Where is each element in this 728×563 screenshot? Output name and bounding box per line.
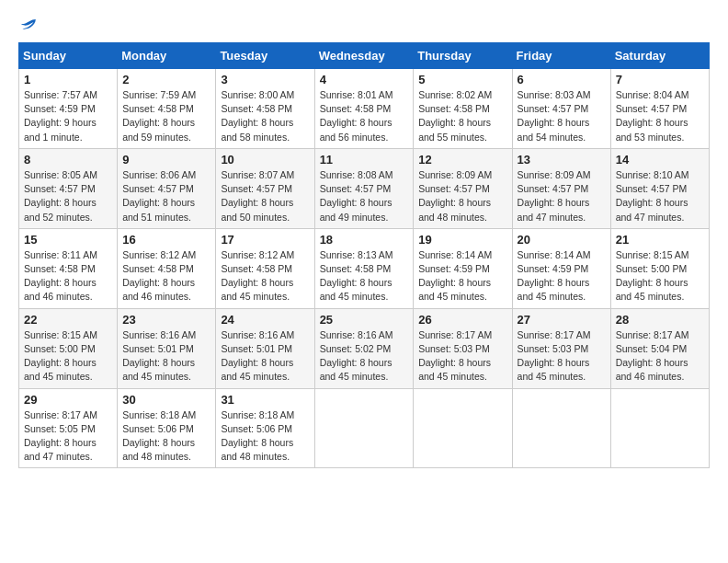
page: SundayMondayTuesdayWednesdayThursdayFrid… xyxy=(0,0,728,485)
weekday-header-saturday: Saturday xyxy=(610,43,709,69)
weekday-header-friday: Friday xyxy=(512,43,610,69)
calendar-cell: 9 Sunrise: 8:06 AM Sunset: 4:57 PM Dayli… xyxy=(118,148,216,228)
calendar-cell: 20 Sunrise: 8:14 AM Sunset: 4:59 PM Dayl… xyxy=(512,228,610,308)
day-info: Sunrise: 8:12 AM Sunset: 4:58 PM Dayligh… xyxy=(221,249,294,303)
day-info: Sunrise: 8:00 AM Sunset: 4:58 PM Dayligh… xyxy=(221,89,294,143)
calendar-cell: 10 Sunrise: 8:07 AM Sunset: 4:57 PM Dayl… xyxy=(216,148,314,228)
calendar-cell: 8 Sunrise: 8:05 AM Sunset: 4:57 PM Dayli… xyxy=(19,148,118,228)
day-number: 23 xyxy=(122,313,210,327)
week-row-4: 22 Sunrise: 8:15 AM Sunset: 5:00 PM Dayl… xyxy=(19,308,710,388)
day-info: Sunrise: 8:15 AM Sunset: 5:00 PM Dayligh… xyxy=(616,249,689,303)
week-row-2: 8 Sunrise: 8:05 AM Sunset: 4:57 PM Dayli… xyxy=(19,148,710,228)
calendar-cell: 19 Sunrise: 8:14 AM Sunset: 4:59 PM Dayl… xyxy=(414,228,512,308)
day-number: 2 xyxy=(122,73,210,86)
day-info: Sunrise: 7:57 AM Sunset: 4:59 PM Dayligh… xyxy=(24,89,97,143)
calendar-cell xyxy=(512,388,610,468)
day-info: Sunrise: 8:09 AM Sunset: 4:57 PM Dayligh… xyxy=(418,169,492,223)
calendar-cell: 2 Sunrise: 7:59 AM Sunset: 4:58 PM Dayli… xyxy=(118,69,216,149)
day-number: 18 xyxy=(320,233,409,247)
day-info: Sunrise: 8:16 AM Sunset: 5:01 PM Dayligh… xyxy=(122,329,196,383)
day-number: 8 xyxy=(24,153,112,167)
day-info: Sunrise: 8:18 AM Sunset: 5:06 PM Dayligh… xyxy=(122,409,196,463)
day-number: 12 xyxy=(418,153,506,167)
day-number: 7 xyxy=(616,73,704,86)
calendar-cell: 4 Sunrise: 8:01 AM Sunset: 4:58 PM Dayli… xyxy=(314,69,414,149)
week-row-1: 1 Sunrise: 7:57 AM Sunset: 4:59 PM Dayli… xyxy=(19,69,710,149)
day-info: Sunrise: 8:07 AM Sunset: 4:57 PM Dayligh… xyxy=(221,169,294,223)
logo xyxy=(18,17,37,33)
day-number: 3 xyxy=(221,73,309,86)
day-number: 6 xyxy=(518,73,606,86)
day-info: Sunrise: 8:01 AM Sunset: 4:58 PM Dayligh… xyxy=(320,89,393,143)
day-number: 10 xyxy=(221,153,309,167)
weekday-header-row: SundayMondayTuesdayWednesdayThursdayFrid… xyxy=(19,43,710,69)
day-info: Sunrise: 8:14 AM Sunset: 4:59 PM Dayligh… xyxy=(418,249,492,303)
day-number: 11 xyxy=(320,153,409,167)
day-number: 28 xyxy=(616,313,704,327)
calendar-cell: 21 Sunrise: 8:15 AM Sunset: 5:00 PM Dayl… xyxy=(610,228,709,308)
calendar-cell: 7 Sunrise: 8:04 AM Sunset: 4:57 PM Dayli… xyxy=(610,69,709,149)
day-number: 25 xyxy=(320,313,409,327)
calendar-cell: 16 Sunrise: 8:12 AM Sunset: 4:58 PM Dayl… xyxy=(118,228,216,308)
calendar-cell: 11 Sunrise: 8:08 AM Sunset: 4:57 PM Dayl… xyxy=(314,148,414,228)
week-row-3: 15 Sunrise: 8:11 AM Sunset: 4:58 PM Dayl… xyxy=(19,228,710,308)
day-info: Sunrise: 8:06 AM Sunset: 4:57 PM Dayligh… xyxy=(122,169,196,223)
day-info: Sunrise: 8:17 AM Sunset: 5:04 PM Dayligh… xyxy=(616,329,689,383)
day-number: 9 xyxy=(122,153,210,167)
calendar-cell: 23 Sunrise: 8:16 AM Sunset: 5:01 PM Dayl… xyxy=(118,308,216,388)
week-row-5: 29 Sunrise: 8:17 AM Sunset: 5:05 PM Dayl… xyxy=(19,388,710,468)
day-info: Sunrise: 8:18 AM Sunset: 5:06 PM Dayligh… xyxy=(221,409,294,463)
calendar-cell xyxy=(314,388,414,468)
day-info: Sunrise: 7:59 AM Sunset: 4:58 PM Dayligh… xyxy=(122,89,196,143)
weekday-header-sunday: Sunday xyxy=(19,43,118,69)
calendar-cell: 31 Sunrise: 8:18 AM Sunset: 5:06 PM Dayl… xyxy=(216,388,314,468)
calendar-table: SundayMondayTuesdayWednesdayThursdayFrid… xyxy=(18,42,710,468)
calendar-cell: 25 Sunrise: 8:16 AM Sunset: 5:02 PM Dayl… xyxy=(314,308,414,388)
calendar-cell: 24 Sunrise: 8:16 AM Sunset: 5:01 PM Dayl… xyxy=(216,308,314,388)
day-info: Sunrise: 8:02 AM Sunset: 4:58 PM Dayligh… xyxy=(418,89,492,143)
day-info: Sunrise: 8:08 AM Sunset: 4:57 PM Dayligh… xyxy=(320,169,393,223)
day-info: Sunrise: 8:13 AM Sunset: 4:58 PM Dayligh… xyxy=(320,249,393,303)
calendar-cell: 15 Sunrise: 8:11 AM Sunset: 4:58 PM Dayl… xyxy=(19,228,118,308)
day-info: Sunrise: 8:16 AM Sunset: 5:02 PM Dayligh… xyxy=(320,329,393,383)
day-number: 5 xyxy=(418,73,506,86)
day-info: Sunrise: 8:15 AM Sunset: 5:00 PM Dayligh… xyxy=(24,329,97,383)
calendar-cell: 14 Sunrise: 8:10 AM Sunset: 4:57 PM Dayl… xyxy=(610,148,709,228)
day-number: 31 xyxy=(221,393,309,407)
day-number: 26 xyxy=(418,313,506,327)
day-info: Sunrise: 8:09 AM Sunset: 4:57 PM Dayligh… xyxy=(518,169,591,223)
day-number: 1 xyxy=(24,73,112,86)
day-number: 29 xyxy=(24,393,112,407)
weekday-header-thursday: Thursday xyxy=(414,43,512,69)
day-number: 15 xyxy=(24,233,112,247)
day-number: 4 xyxy=(320,73,409,86)
bird-icon xyxy=(20,17,37,33)
day-info: Sunrise: 8:17 AM Sunset: 5:03 PM Dayligh… xyxy=(418,329,492,383)
calendar-cell xyxy=(414,388,512,468)
day-number: 14 xyxy=(616,153,704,167)
calendar-cell: 18 Sunrise: 8:13 AM Sunset: 4:58 PM Dayl… xyxy=(314,228,414,308)
weekday-header-tuesday: Tuesday xyxy=(216,43,314,69)
calendar-cell: 3 Sunrise: 8:00 AM Sunset: 4:58 PM Dayli… xyxy=(216,69,314,149)
calendar-cell xyxy=(610,388,709,468)
header xyxy=(18,17,710,33)
calendar-cell: 5 Sunrise: 8:02 AM Sunset: 4:58 PM Dayli… xyxy=(414,69,512,149)
day-info: Sunrise: 8:17 AM Sunset: 5:05 PM Dayligh… xyxy=(24,409,97,463)
calendar-cell: 29 Sunrise: 8:17 AM Sunset: 5:05 PM Dayl… xyxy=(19,388,118,468)
calendar-cell: 22 Sunrise: 8:15 AM Sunset: 5:00 PM Dayl… xyxy=(19,308,118,388)
day-number: 21 xyxy=(616,233,704,247)
calendar-cell: 26 Sunrise: 8:17 AM Sunset: 5:03 PM Dayl… xyxy=(414,308,512,388)
day-number: 27 xyxy=(518,313,606,327)
calendar-cell: 28 Sunrise: 8:17 AM Sunset: 5:04 PM Dayl… xyxy=(610,308,709,388)
day-number: 16 xyxy=(122,233,210,247)
day-number: 20 xyxy=(518,233,606,247)
day-info: Sunrise: 8:04 AM Sunset: 4:57 PM Dayligh… xyxy=(616,89,689,143)
calendar-cell: 12 Sunrise: 8:09 AM Sunset: 4:57 PM Dayl… xyxy=(414,148,512,228)
calendar-cell: 13 Sunrise: 8:09 AM Sunset: 4:57 PM Dayl… xyxy=(512,148,610,228)
calendar-cell: 27 Sunrise: 8:17 AM Sunset: 5:03 PM Dayl… xyxy=(512,308,610,388)
day-info: Sunrise: 8:05 AM Sunset: 4:57 PM Dayligh… xyxy=(24,169,97,223)
day-number: 13 xyxy=(518,153,606,167)
calendar-cell: 6 Sunrise: 8:03 AM Sunset: 4:57 PM Dayli… xyxy=(512,69,610,149)
calendar-cell: 30 Sunrise: 8:18 AM Sunset: 5:06 PM Dayl… xyxy=(118,388,216,468)
day-info: Sunrise: 8:03 AM Sunset: 4:57 PM Dayligh… xyxy=(518,89,591,143)
